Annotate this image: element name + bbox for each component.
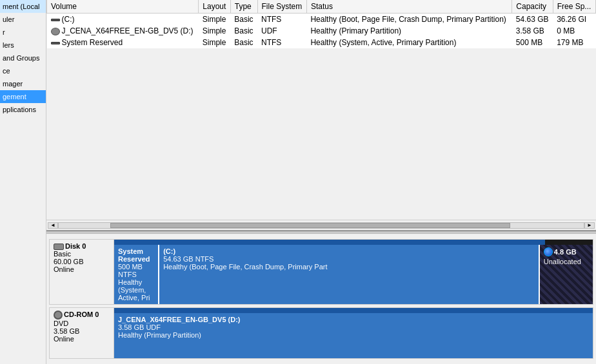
cell-volume: System Reserved — [47, 37, 199, 48]
col-filesystem: File System — [257, 0, 306, 14]
sidebar-item-apps[interactable]: pplications — [0, 103, 46, 116]
partition-name: (C:) — [163, 247, 535, 255]
partition-size: 500 MB NTFS — [118, 263, 154, 278]
table-row[interactable]: J_CENA_X64FREE_EN-GB_DV5 (D:) Simple Bas… — [47, 25, 596, 37]
sidebar-item-local[interactable]: ment (Local — [0, 0, 46, 13]
cell-filesystem: NTFS — [257, 37, 306, 48]
partition-name: 4.8 GB — [544, 247, 589, 258]
sidebar-item-device[interactable]: r — [0, 26, 46, 39]
cell-status: Healthy (System, Active, Primary Partiti… — [306, 37, 512, 48]
disk-visual-disk0: System Reserved 500 MB NTFS Healthy (Sys… — [114, 239, 593, 305]
cell-freespace: 0 MB — [553, 25, 595, 37]
table-scroll[interactable]: Volume Layout Type File System Status Ca… — [46, 0, 596, 220]
col-type: Type — [230, 0, 257, 14]
disk-label-disk0: Disk 0 Basic 60.00 GB Online — [49, 239, 114, 305]
disk-status: Online — [54, 335, 110, 343]
sidebar: ment (Local uler r lers and Groups ce ma… — [0, 0, 46, 364]
disk-partitions-disk0: System Reserved 500 MB NTFS Healthy (Sys… — [114, 245, 593, 304]
main-content: Volume Layout Type File System Status Ca… — [46, 0, 596, 364]
disk-name: Disk 0 — [54, 242, 110, 250]
partition-size: 54.63 GB NTFS — [163, 255, 535, 263]
cell-filesystem: UDF — [257, 25, 306, 37]
disk-partitions-cdrom0: J_CENA_X64FREE_EN-GB_DV5 (D:) 3.58 GB UD… — [114, 313, 593, 358]
cell-filesystem: NTFS — [257, 14, 306, 26]
cell-type: Basic — [230, 25, 257, 37]
disk-name: CD-ROM 0 — [54, 311, 110, 320]
sidebar-item-ruler[interactable]: uler — [0, 13, 46, 26]
partition-0-2[interactable]: 4.8 GB Unallocated — [540, 245, 593, 304]
partition-status: Healthy (System, Active, Pri — [118, 278, 154, 302]
sidebar-item-lers[interactable]: lers — [0, 39, 46, 52]
sidebar-item-mgmt[interactable]: gement — [0, 90, 46, 103]
cell-layout: Simple — [199, 14, 230, 26]
cell-type: Basic — [230, 14, 257, 26]
cell-capacity: 54.63 GB — [512, 14, 553, 26]
partition-size: 3.58 GB UDF — [118, 323, 589, 331]
cell-freespace: 179 MB — [553, 37, 595, 48]
disk-type: Basic — [54, 250, 110, 258]
partition-status: Healthy (Primary Partition) — [118, 331, 589, 339]
disk-table-area: Volume Layout Type File System Status Ca… — [46, 0, 596, 231]
partition-name: J_CENA_X64FREE_EN-GB_DV5 (D:) — [118, 316, 589, 323]
cell-capacity: 3.58 GB — [512, 25, 553, 37]
cell-volume: (C:) — [47, 14, 199, 26]
cell-type: Basic — [230, 37, 257, 48]
disk-panel-disk0: Disk 0 Basic 60.00 GB Online System Rese… — [49, 239, 593, 305]
cell-volume: J_CENA_X64FREE_EN-GB_DV5 (D:) — [47, 25, 199, 37]
col-freespace: Free Sp... — [553, 0, 595, 14]
sidebar-item-manager[interactable]: mager — [0, 77, 46, 90]
scroll-right-button[interactable]: ► — [584, 222, 595, 229]
partition-status: Unallocated — [544, 258, 589, 265]
disk-status: Online — [54, 265, 110, 273]
table-row[interactable]: System Reserved Simple Basic NTFS Health… — [47, 37, 596, 48]
sidebar-item-ce[interactable]: ce — [0, 64, 46, 77]
sidebar-item-groups[interactable]: and Groups — [0, 52, 46, 64]
disks-area: Disk 0 Basic 60.00 GB Online System Rese… — [46, 234, 596, 364]
partition-0-0[interactable]: System Reserved 500 MB NTFS Healthy (Sys… — [114, 245, 159, 304]
cell-status: Healthy (Primary Partition) — [306, 25, 512, 37]
disk-panel-cdrom0: CD-ROM 0 DVD 3.58 GB Online J_CENA_X64FR… — [49, 307, 593, 359]
globe-icon — [544, 247, 553, 256]
cell-layout: Simple — [199, 25, 230, 37]
scroll-left-button[interactable]: ◄ — [48, 222, 58, 229]
col-status: Status — [306, 0, 512, 14]
cell-layout: Simple — [199, 37, 230, 48]
table-row[interactable]: (C:) Simple Basic NTFS Healthy (Boot, Pa… — [47, 14, 596, 26]
scroll-thumb[interactable] — [110, 223, 510, 228]
disk-type: DVD — [54, 320, 110, 327]
col-layout: Layout — [199, 0, 230, 14]
cell-freespace: 36.26 GI — [553, 14, 595, 26]
disk-size: 3.58 GB — [54, 327, 110, 335]
disk-label-cdrom0: CD-ROM 0 DVD 3.58 GB Online — [49, 307, 114, 359]
partition-status: Healthy (Boot, Page File, Crash Dump, Pr… — [163, 263, 535, 271]
cell-status: Healthy (Boot, Page File, Crash Dump, Pr… — [306, 14, 512, 26]
partition-1-0[interactable]: J_CENA_X64FREE_EN-GB_DV5 (D:) 3.58 GB UD… — [114, 313, 593, 358]
col-volume: Volume — [47, 0, 199, 14]
disk-size: 60.00 GB — [54, 258, 110, 265]
cell-capacity: 500 MB — [512, 37, 553, 48]
scroll-track[interactable] — [58, 222, 584, 229]
col-capacity: Capacity — [512, 0, 553, 14]
partition-name: System Reserved — [118, 247, 154, 263]
volume-table: Volume Layout Type File System Status Ca… — [46, 0, 596, 48]
partition-0-1[interactable]: (C:) 54.63 GB NTFS Healthy (Boot, Page F… — [159, 245, 540, 304]
table-horizontal-scrollbar[interactable]: ◄ ► — [46, 220, 596, 230]
disk-visual-cdrom0: J_CENA_X64FREE_EN-GB_DV5 (D:) 3.58 GB UD… — [114, 307, 593, 359]
